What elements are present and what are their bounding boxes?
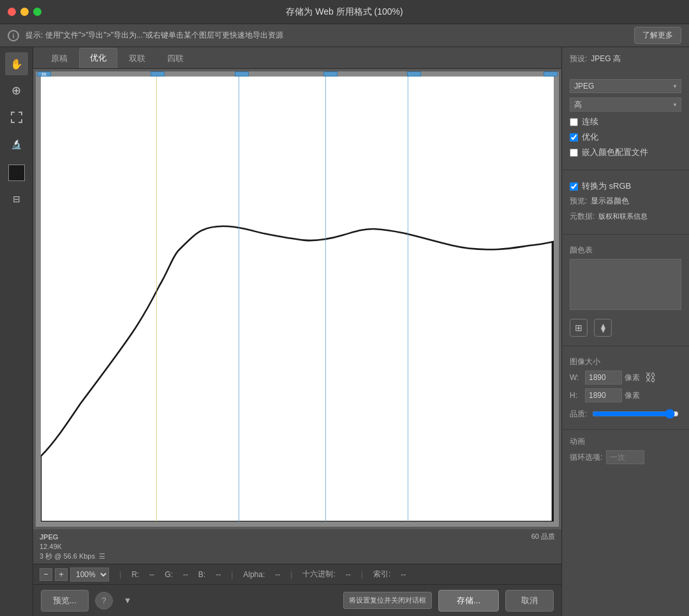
options-icon[interactable]: ☰ (99, 552, 105, 561)
minimize-button[interactable] (20, 8, 29, 16)
icon-btn-1[interactable]: ⊞ (570, 319, 588, 337)
canvas-inner[interactable]: flIt (36, 71, 559, 527)
tab-quad-label: 四联 (167, 54, 184, 63)
foreground-color-swatch[interactable] (8, 165, 25, 181)
embed-profile-label: 嵌入颜色配置文件 (582, 147, 648, 158)
quality-row-label: 品质: (570, 409, 587, 420)
icon-btn-2[interactable]: ⧫ (594, 319, 612, 337)
close-button[interactable] (8, 8, 16, 16)
window-title: 存储为 Web 所用格式 (100%) (286, 6, 403, 18)
infobar: i 提示: 使用"文件">"导出">"导出为..."或右键单击某个图层可更快速地… (0, 24, 689, 47)
traffic-lights (8, 8, 41, 16)
dropdown-arrow-button[interactable]: ▼ (119, 592, 136, 609)
ruler-marker-2 (151, 71, 165, 77)
preview-button[interactable]: 预览... (41, 590, 89, 612)
eyedropper-icon: 🔬 (11, 139, 22, 149)
format-section: JPEG PNG-24 GIF 高 中 低 最高 (562, 73, 689, 166)
embed-profile-checkbox[interactable] (570, 149, 578, 157)
center-content: 原稿 优化 双联 四联 flIt (33, 47, 561, 616)
help-button[interactable]: ? (95, 592, 113, 610)
color-table-label: 颜色表 (570, 245, 681, 256)
marquee-icon (11, 112, 22, 123)
width-input[interactable] (585, 370, 622, 385)
preset-value: JPEG 高 (591, 54, 621, 64)
ruler-marker-4 (323, 71, 337, 77)
tabs-bar: 原稿 优化 双联 四联 (33, 47, 561, 69)
infobar-text: 提示: 使用"文件">"导出">"导出为..."或右键单击某个图层可更快速地导出… (26, 30, 628, 41)
tab-original[interactable]: 原稿 (41, 49, 78, 68)
image-size-section: 图像大小 W: 像素 ⛓ H: 像素 品质: (562, 350, 689, 425)
h-label: H: (570, 391, 582, 400)
embed-profile-checkbox-row: 嵌入颜色配置文件 (570, 147, 681, 158)
ruler-marker-3 (235, 71, 249, 77)
srgb-label: 转换为 sRGB (582, 180, 631, 192)
metadata-label: 元数据: (570, 211, 595, 222)
format-select[interactable]: JPEG PNG-24 GIF (570, 79, 681, 93)
continuous-checkbox[interactable] (570, 118, 578, 126)
b-label: B: (198, 570, 205, 579)
tab-optimize[interactable]: 优化 (79, 48, 117, 68)
hand-tool-button[interactable]: ✋ (5, 52, 28, 75)
divider-2 (562, 234, 689, 235)
learn-more-button[interactable]: 了解更多 (634, 27, 681, 44)
toggle-view-button[interactable]: ⊟ (5, 187, 28, 210)
file-size-label: 12.49K (40, 543, 62, 550)
divider-4 (562, 429, 689, 430)
srgb-checkbox[interactable] (570, 182, 578, 191)
canvas-bottom-info: JPEG 60 品质 12.49K 3 秒 @ 56.6 Kbps ☰ (33, 529, 561, 564)
eyedropper-tool-button[interactable]: 🔬 (5, 133, 28, 156)
divider-1 (562, 170, 689, 170)
curve-svg (41, 77, 554, 522)
action-bar: 预览... ? ▼ 将设置复位并关闭对话框 存储... 取消 (33, 584, 561, 616)
height-input[interactable] (585, 388, 622, 402)
guide-line-3 (325, 77, 326, 522)
link-icon[interactable]: ⛓ (645, 371, 656, 385)
right-panel: 预设: JPEG 高 JPEG PNG-24 GIF 高 中 (561, 47, 689, 616)
zoom-select[interactable]: 100% 50% 200% (70, 568, 109, 582)
metadata-value: 版权和联系信息 (598, 212, 648, 221)
ruler-marker-6 (544, 71, 558, 77)
guide-line-1 (156, 77, 157, 522)
tab-quad[interactable]: 四联 (157, 49, 194, 68)
alpha-value: -- (275, 570, 280, 579)
animation-section: 动画 循环选项: (562, 434, 689, 469)
hex-value: -- (346, 570, 351, 579)
help-icon: ? (101, 596, 106, 605)
index-label: 索引: (373, 569, 390, 580)
optimize-checkbox[interactable] (570, 133, 578, 142)
hex-label: 十六进制: (302, 569, 335, 580)
tab-dual[interactable]: 双联 (119, 49, 156, 68)
tab-original-label: 原稿 (51, 54, 68, 63)
guide-line-2 (239, 77, 239, 522)
select-tool-button[interactable] (5, 106, 28, 129)
alpha-label: Alpha: (243, 570, 265, 579)
w-label: W: (570, 373, 582, 382)
cancel-button[interactable]: 取消 (505, 590, 554, 612)
g-value: -- (183, 570, 188, 579)
preset-section: 预设: JPEG 高 (562, 47, 689, 73)
zoom-icon: ⊕ (11, 84, 21, 98)
index-value: -- (401, 570, 406, 579)
zoom-tool-button[interactable]: ⊕ (5, 79, 28, 102)
quality-select[interactable]: 高 中 低 最高 (570, 98, 681, 112)
optimize-checkbox-row: 优化 (570, 131, 681, 143)
divider-3 (562, 346, 689, 346)
zoom-in-button[interactable]: + (55, 568, 68, 581)
ruler-marker-1: flIt (37, 71, 51, 77)
srgb-checkbox-row: 转换为 sRGB (570, 180, 681, 192)
zoom-out-button[interactable]: − (40, 568, 52, 581)
w-unit-label: 像素 (625, 372, 640, 383)
reset-button[interactable]: 将设置复位并关闭对话框 (343, 592, 432, 609)
image-size-label: 图像大小 (570, 356, 681, 367)
r-value: -- (149, 570, 154, 579)
save-button[interactable]: 存储... (438, 590, 499, 612)
loop-row: 循环选项: (570, 450, 681, 464)
preview-label: 预览: (570, 196, 587, 207)
height-row: H: 像素 (570, 388, 681, 402)
tab-optimize-label: 优化 (90, 53, 107, 62)
loop-label: 循环选项: (570, 452, 602, 463)
quality-slider[interactable] (592, 406, 679, 422)
maximize-button[interactable] (33, 8, 41, 16)
guide-line-4 (408, 77, 408, 522)
preview-value: 显示器颜色 (591, 196, 629, 207)
